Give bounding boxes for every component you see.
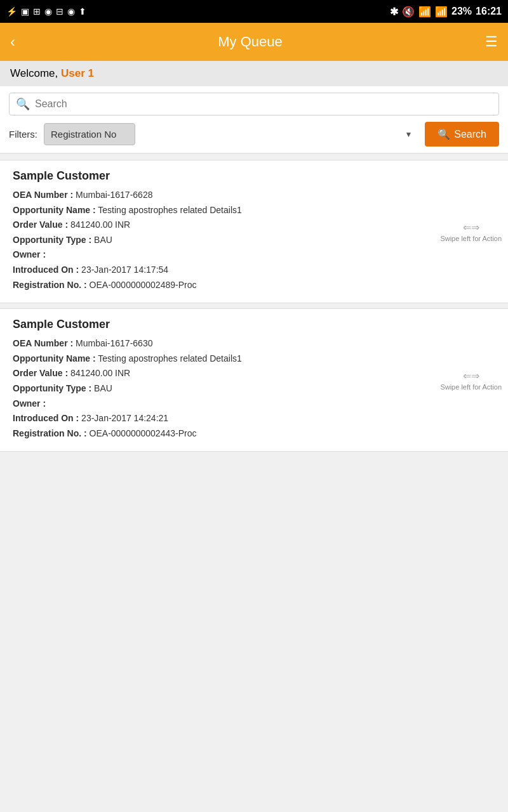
bluetooth-icon: ✱ xyxy=(390,6,398,18)
opportunity-name-field-1: Opportunity Name : Testing apostrophes r… xyxy=(13,204,499,217)
opportunity-type-value-1: BAU xyxy=(94,235,112,245)
welcome-user: User 1 xyxy=(61,67,94,79)
search-input[interactable] xyxy=(35,98,492,110)
oea-number-label-2: OEA Number : xyxy=(13,338,73,348)
welcome-prefix: Welcome, xyxy=(10,67,61,79)
order-value-field-2: Order Value : 841240.00 INR xyxy=(13,367,499,380)
opportunity-name-label-1: Opportunity Name : xyxy=(13,205,96,215)
registration-no-field-1: Registration No. : OEA-0000000002489-Pro… xyxy=(13,279,499,292)
opportunity-type-field-1: Opportunity Type : BAU xyxy=(13,234,499,247)
opportunity-type-value-2: BAU xyxy=(94,383,112,393)
swipe-arrows-1: ⇐⇒ xyxy=(440,221,502,233)
owner-field-2: Owner : xyxy=(13,398,499,410)
search-input-wrapper: 🔍 xyxy=(9,93,499,115)
mute-icon: 🔇 xyxy=(402,6,415,18)
status-right-info: ✱ 🔇 📶 📶 23% 16:21 xyxy=(390,6,502,18)
swipe-hint-2: ⇐⇒ Swipe left for Action xyxy=(440,370,502,391)
customer-name-1: Sample Customer xyxy=(13,169,499,183)
introduced-on-label-2: Introduced On : xyxy=(13,413,79,423)
oea-number-label-1: OEA Number : xyxy=(13,190,73,200)
status-bar: ⚡ ▣ ⊞ ◉ ⊟ ◉ ⬆ ✱ 🔇 📶 📶 23% 16:21 xyxy=(0,0,508,23)
registration-no-label-1: Registration No. : xyxy=(13,280,87,290)
opportunity-type-field-2: Opportunity Type : BAU xyxy=(13,383,499,395)
list-item[interactable]: Sample Customer OEA Number : Mumbai-1617… xyxy=(0,308,508,452)
upload-icon: ⬆ xyxy=(79,6,86,16)
opportunity-name-field-2: Opportunity Name : Testing apostrophes r… xyxy=(13,353,499,365)
swipe-hint-text-1: Swipe left for Action xyxy=(440,235,502,242)
swipe-hint-text-2: Swipe left for Action xyxy=(440,383,502,391)
usb-icon: ⚡ xyxy=(6,6,17,16)
app-icon-1: ▣ xyxy=(21,6,29,16)
owner-label-2: Owner : xyxy=(13,398,46,409)
registration-no-field-2: Registration No. : OEA-0000000002443-Pro… xyxy=(13,428,499,440)
search-button-label: Search xyxy=(454,129,486,140)
order-value-field-1: Order Value : 841240.00 INR xyxy=(13,219,499,232)
cards-container: Sample Customer OEA Number : Mumbai-1617… xyxy=(0,154,508,463)
order-value-value-2: 841240.00 INR xyxy=(70,368,130,378)
oea-number-value-1: Mumbai-1617-6628 xyxy=(76,190,152,200)
introduced-on-label-1: Introduced On : xyxy=(13,265,79,275)
app-icon-4: ⊟ xyxy=(56,6,64,16)
customer-name-2: Sample Customer xyxy=(13,318,499,331)
search-area: 🔍 Filters: Registration No OEA Number Op… xyxy=(0,86,508,154)
registration-no-value-2: OEA-0000000002443-Proc xyxy=(90,428,197,438)
oea-number-field-1: OEA Number : Mumbai-1617-6628 xyxy=(13,189,499,202)
search-button-icon: 🔍 xyxy=(438,128,450,140)
wifi-icon: 📶 xyxy=(418,6,431,18)
app-icon-2: ⊞ xyxy=(33,6,41,16)
introduced-on-field-2: Introduced On : 23-Jan-2017 14:24:21 xyxy=(13,412,499,425)
app-icon-5: ◉ xyxy=(67,6,75,16)
filters-label: Filters: xyxy=(9,129,37,140)
opportunity-name-value-1: Testing apostrophes related Details1 xyxy=(98,205,241,215)
navbar: ‹ My Queue ☰ xyxy=(0,23,508,61)
battery-text: 23% xyxy=(451,6,472,17)
swipe-arrows-2: ⇐⇒ xyxy=(440,370,502,382)
list-item[interactable]: Sample Customer OEA Number : Mumbai-1617… xyxy=(0,160,508,303)
oea-number-value-2: Mumbai-1617-6630 xyxy=(76,338,152,348)
status-left-icons: ⚡ ▣ ⊞ ◉ ⊟ ◉ ⬆ xyxy=(6,6,86,16)
opportunity-type-label-2: Opportunity Type : xyxy=(13,383,91,393)
introduced-on-value-1: 23-Jan-2017 14:17:54 xyxy=(81,265,168,275)
app-icon-3: ◉ xyxy=(44,6,52,16)
opportunity-name-value-2: Testing apostrophes related Details1 xyxy=(98,353,241,363)
introduced-on-field-1: Introduced On : 23-Jan-2017 14:17:54 xyxy=(13,264,499,277)
back-button[interactable]: ‹ xyxy=(10,34,15,49)
menu-button[interactable]: ☰ xyxy=(485,34,498,50)
order-value-value-1: 841240.00 INR xyxy=(70,219,130,230)
order-value-label-1: Order Value : xyxy=(13,219,68,230)
signal-icon: 📶 xyxy=(435,6,448,18)
filter-select-wrapper: Registration No OEA Number Opportunity N… xyxy=(44,123,418,145)
search-inline-icon: 🔍 xyxy=(16,97,30,111)
opportunity-type-label-1: Opportunity Type : xyxy=(13,235,91,245)
introduced-on-value-2: 23-Jan-2017 14:24:21 xyxy=(81,413,168,423)
registration-no-label-2: Registration No. : xyxy=(13,428,87,438)
opportunity-name-label-2: Opportunity Name : xyxy=(13,353,96,363)
owner-field-1: Owner : xyxy=(13,249,499,261)
search-button[interactable]: 🔍 Search xyxy=(425,122,499,147)
order-value-label-2: Order Value : xyxy=(13,368,68,378)
welcome-bar: Welcome, User 1 xyxy=(0,61,508,86)
oea-number-field-2: OEA Number : Mumbai-1617-6630 xyxy=(13,337,499,350)
page-title: My Queue xyxy=(218,34,283,50)
filter-dropdown[interactable]: Registration No OEA Number Opportunity N… xyxy=(44,123,135,145)
time-display: 16:21 xyxy=(476,6,502,17)
filters-row: Filters: Registration No OEA Number Oppo… xyxy=(9,122,499,147)
swipe-hint-1: ⇐⇒ Swipe left for Action xyxy=(440,221,502,242)
owner-label-1: Owner : xyxy=(13,249,46,259)
registration-no-value-1: OEA-0000000002489-Proc xyxy=(90,280,197,290)
